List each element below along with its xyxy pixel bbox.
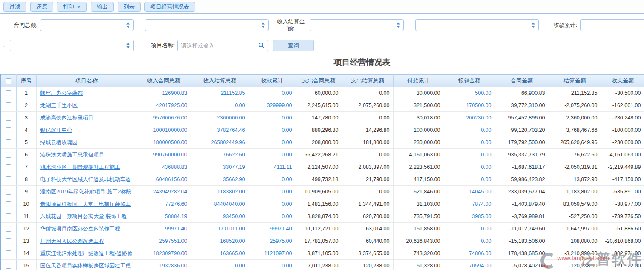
row-index: 3: [16, 112, 36, 124]
project-name-link[interactable]: 重庆江北污水处理厂级改造工程-道路修: [40, 250, 133, 256]
column-header-expense-contract-total[interactable]: 支出合同总额: [296, 75, 342, 87]
spinner-icon[interactable]: [126, 43, 130, 48]
row-checkbox[interactable]: [6, 127, 12, 133]
table-body: 1螺丝厂办公室装饰126900.83211152.850.0060,000.00…: [0, 87, 644, 270]
amount-cell: 120,238.00: [342, 260, 393, 270]
amount-cell: 51,328.00: [393, 260, 444, 270]
column-header-income-settlement-total[interactable]: 收入结算总额: [191, 75, 249, 87]
row-checkbox[interactable]: [6, 115, 12, 121]
amount-cell: 31,103.00: [393, 198, 444, 210]
amount-cell: 84404040.00: [191, 198, 249, 210]
filter-button[interactable]: 过滤: [3, 2, 26, 12]
column-header-collection-total[interactable]: 收款累计: [249, 75, 296, 87]
amount-cell: 735,791.50: [393, 210, 444, 223]
amount-cell: 7874.00: [444, 198, 495, 210]
row-checkbox[interactable]: [6, 152, 12, 158]
project-name-link[interactable]: 螺丝厂办公室装饰: [40, 90, 83, 96]
project-name-link[interactable]: 银亿滨江中心: [40, 127, 72, 133]
print-button[interactable]: 打印: [57, 2, 87, 12]
amount-cell: 2,075,260.00: [342, 99, 393, 112]
column-header-payment-total[interactable]: 付款累计: [393, 75, 444, 87]
column-header-project-name[interactable]: 项目名称: [36, 75, 137, 87]
column-header-settlement-diff[interactable]: 结算差额: [549, 75, 601, 87]
column-header-expense-settlement-total[interactable]: 支出结算总额: [342, 75, 393, 87]
amount-cell: -739,776.50: [601, 210, 644, 223]
report-tab-button[interactable]: 项目经营情况表: [144, 2, 195, 12]
income-settlement-max-field[interactable]: [416, 20, 538, 31]
row-checkbox[interactable]: [6, 90, 12, 96]
project-name-link[interactable]: 电子科技大学区域人行道及非机动车道: [40, 176, 131, 182]
row-index: 9: [16, 186, 36, 198]
amount-cell: 3,374,655.00: [342, 247, 393, 260]
row-checkbox[interactable]: [6, 139, 12, 145]
amount-cell: 417,150.00: [393, 173, 444, 186]
spinner-icon[interactable]: [126, 23, 130, 28]
spinner-icon[interactable]: [262, 23, 265, 28]
project-name-link[interactable]: 港珠澳大桥施工总承包项目: [40, 152, 104, 158]
collection-total-field[interactable]: [581, 20, 644, 31]
amount-cell: 0.00: [444, 161, 495, 173]
spinner-icon[interactable]: [397, 23, 400, 28]
amount-cell: 77276.60: [137, 198, 191, 210]
row-checkbox[interactable]: [6, 201, 12, 207]
row-checkbox-cell: [0, 124, 16, 136]
project-name-link[interactable]: 东城花园一期项目公寓大堂 装饰工程: [40, 213, 127, 219]
project-name-combo[interactable]: [177, 40, 268, 51]
row-checkbox[interactable]: [6, 263, 12, 269]
row-checkbox[interactable]: [6, 176, 12, 182]
project-name-link[interactable]: 华侨城项目南区办公室内装修工程: [40, 226, 121, 232]
contract-total-min2-input[interactable]: [10, 40, 134, 51]
row-checkbox[interactable]: [6, 226, 12, 232]
project-name-link[interactable]: 贵阳项目样板间、大堂、电梯厅装修工: [40, 201, 131, 207]
project-name-link[interactable]: 浅水湾小区一期景观提升工程施工: [40, 164, 121, 170]
export-button[interactable]: 输出: [91, 2, 114, 12]
amount-cell: 321,500.00: [393, 99, 444, 112]
project-name-link[interactable]: 广州天河人民公园改造工程: [40, 238, 104, 244]
column-header-reimbursement[interactable]: 报销金额: [444, 75, 495, 87]
contract-total-min2-field[interactable]: [10, 40, 133, 51]
contract-total-min-field[interactable]: [40, 20, 133, 31]
amount-cell: 20,636,843.00: [393, 235, 444, 247]
project-name-field[interactable]: [178, 40, 268, 51]
income-settlement-min-field[interactable]: [310, 20, 403, 31]
project-name-link[interactable]: 成渝高铁内江标段项目: [40, 115, 94, 121]
amount-cell: 1,647,997.00: [549, 223, 601, 235]
income-settlement-max-input[interactable]: [415, 19, 539, 31]
spinner-icon[interactable]: [532, 23, 535, 28]
project-name-cell: 龙湖三千里小区: [36, 99, 137, 112]
range-separator: -: [3, 43, 6, 49]
row-checkbox-cell: [0, 260, 16, 270]
select-all-checkbox[interactable]: [6, 78, 12, 84]
list-button[interactable]: 列表: [118, 2, 141, 12]
project-name-link[interactable]: 龙湖三千里小区: [40, 102, 78, 108]
row-checkbox[interactable]: [6, 213, 12, 219]
column-header-income-contract-total[interactable]: 收入合同总额: [137, 75, 191, 87]
row-index: 7: [16, 161, 36, 173]
project-name-link[interactable]: 国色天香项目实体样板房区域园建工程: [40, 263, 131, 269]
range-separator: -: [407, 22, 409, 29]
column-header-contract-diff[interactable]: 合同差额: [495, 75, 549, 87]
query-button[interactable]: 查询: [273, 40, 314, 51]
amount-cell: 0.00: [249, 198, 296, 210]
row-checkbox[interactable]: [6, 164, 12, 170]
row-checkbox[interactable]: [6, 250, 12, 256]
search-icon[interactable]: [258, 42, 265, 49]
restore-button[interactable]: 还原: [30, 2, 53, 12]
row-checkbox-cell: [0, 210, 16, 223]
amount-cell: 55,422,268.21: [296, 149, 342, 161]
project-name-link[interactable]: 潼南区2019年绿化补贴项目-施工2标段: [40, 189, 132, 195]
row-checkbox[interactable]: [6, 102, 12, 108]
collection-total-input[interactable]: [580, 19, 644, 31]
income-settlement-min-input[interactable]: [310, 19, 404, 31]
contract-total-min-input[interactable]: [40, 19, 134, 31]
project-name-link[interactable]: 绿城云栖玫瑰园: [40, 139, 78, 145]
amount-cell: 0.00: [191, 260, 249, 270]
amount-cell: 0.00: [249, 149, 296, 161]
income-settlement-label: 收入结算金额:: [275, 18, 307, 32]
contract-total-max-field[interactable]: [145, 20, 268, 31]
column-header-index[interactable]: 序号: [16, 75, 36, 87]
row-checkbox[interactable]: [6, 189, 12, 195]
row-checkbox[interactable]: [6, 238, 12, 244]
contract-total-max-input[interactable]: [145, 19, 269, 31]
column-header-balance-diff[interactable]: 收支差额: [601, 75, 644, 87]
